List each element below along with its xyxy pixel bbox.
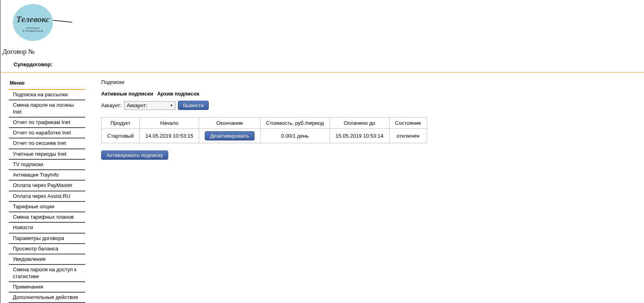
td-paid-until: 15.05.2019 10:53:14 [330,129,389,143]
menu-item-change-pwd-stats[interactable]: Смена пароля на доступ к статистике [9,265,85,282]
th-start: Начало [139,118,199,129]
th-cost: Стоимость, руб./период [260,118,330,129]
brand-tagline-1: ИНТЕРНЕТ [22,27,43,30]
activate-subscription-button[interactable]: Активировать подписку [101,150,168,160]
tabs: Активные подписки Архив подписок [101,91,644,97]
content-area: Подписки Активные подписки Архив подписо… [85,73,644,160]
th-state: Состояние [389,118,427,129]
menu-item-pay-paymaster[interactable]: Оплата через PayMaster [9,181,85,191]
td-state: отключен [389,129,427,143]
table-header-row: Продукт Начало Окончание Стоимость, руб.… [102,118,427,129]
menu-item-news[interactable]: Новости [9,223,85,233]
menu-item-contract-params[interactable]: Параметры договора [9,234,85,244]
account-select[interactable]: Аккаунт: ▼ [124,101,175,110]
tab-archive-subs[interactable]: Архив подписок [157,91,199,97]
menu-item-pay-assistru[interactable]: Оплата через Assist.RU [9,191,85,202]
contract-label: Договор № [1,43,644,59]
td-start: 14.05.2019 10:53:15 [139,129,199,143]
tab-active-subs[interactable]: Активные подписки [101,91,153,97]
filter-row: Аккаунт: Аккаунт: ▼ Вывести [101,101,644,110]
td-product: Стартовый [102,129,140,143]
td-cost: 0.00/1 день [260,129,330,143]
menu-item-change-tariff[interactable]: Смена тарифных планов [9,212,85,223]
menu-item-trayinfo[interactable]: Активация TrayInfo [9,170,85,181]
menu-item-tv-subscriptions[interactable]: TV подписки [9,160,85,170]
menu-item-extra-actions[interactable]: Дополнительные действия [9,293,85,303]
menu-item-tariff-options[interactable]: Тарифные опции [9,202,85,212]
account-label: Аккаунт: [101,102,122,108]
th-end: Окончание [199,118,260,129]
submit-button[interactable]: Вывести [178,101,209,110]
logo-swoosh [53,20,72,22]
menu-item-sessions-report[interactable]: Отчет по сессиям Inet [9,138,85,149]
td-end: Деактивировать [199,129,260,143]
menu-item-notes[interactable]: Примечания [9,282,85,293]
account-select-value: Аккаунт: [127,102,147,108]
sidebar-menu: Меню Подписка на рассылки Смена пароля н… [1,73,85,303]
brand-name: Телевокс [16,14,50,24]
menu-item-work-report[interactable]: Отчет по наработке Inet [9,128,85,138]
deactivate-button[interactable]: Деактивировать [205,131,254,140]
th-product: Продукт [102,118,140,129]
menu-title: Меню [9,80,85,89]
brand-tagline-2: В КАЖДЫЙ ДОМ [22,30,43,33]
chevron-down-icon: ▼ [170,104,173,108]
page-title: Подписки [101,79,644,85]
menu-item-change-pwd-inet[interactable]: Смена пароля на логины Inet [9,100,85,118]
menu-item-notifications[interactable]: Уведомления [9,254,85,265]
brand-tagline: ИНТЕРНЕТ В КАЖДЫЙ ДОМ [22,27,43,32]
menu-item-subscribe-mail[interactable]: Подписка на рассылки [9,90,85,100]
super-contract-label: Супердоговор: [1,59,644,71]
menu-item-traffic-report[interactable]: Отчет по трафикам Inet [9,118,85,128]
subscriptions-table: Продукт Начало Окончание Стоимость, руб.… [101,117,427,143]
menu-item-accounting-periods[interactable]: Учетные периоды Inet [9,149,85,160]
logo-area: Телевокс ИНТЕРНЕТ В КАЖДЫЙ ДОМ [1,0,644,43]
brand-logo: Телевокс ИНТЕРНЕТ В КАЖДЫЙ ДОМ [13,4,53,41]
table-row: Стартовый 14.05.2019 10:53:15 Деактивиро… [102,129,427,143]
menu-item-balance[interactable]: Просмотр баланса [9,244,85,254]
th-paid-until: Оплачено до [330,118,389,129]
